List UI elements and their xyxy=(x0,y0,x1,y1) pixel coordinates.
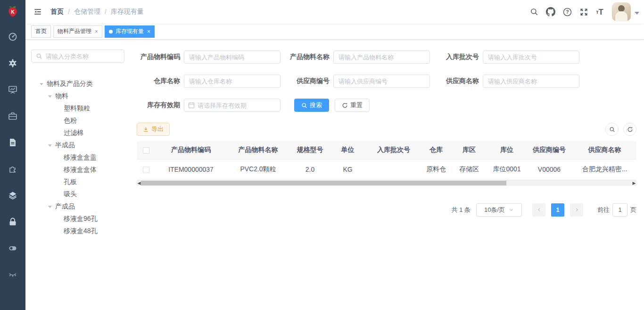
sidebar-item-dashboard[interactable] xyxy=(0,32,25,42)
fullscreen-icon xyxy=(579,8,588,17)
breadcrumb-separator: / xyxy=(68,8,70,16)
category-search-input[interactable] xyxy=(46,53,120,60)
tree-node-semi-finished[interactable]: 半成品 xyxy=(31,139,137,151)
expiry-date-picker[interactable] xyxy=(184,99,281,112)
tree-node-box-body[interactable]: 移液盒盒体 xyxy=(31,164,137,176)
tree-node-box-lid[interactable]: 移液盒盒盖 xyxy=(31,151,137,164)
search-button[interactable]: 搜索 xyxy=(294,99,329,112)
tree-node-filter-cotton[interactable]: 过滤棉 xyxy=(31,127,137,139)
fullscreen-button[interactable] xyxy=(579,8,588,17)
field-label: 供应商编号 xyxy=(286,77,333,85)
tree-node-box-48[interactable]: 移液盒48孔 xyxy=(31,225,137,237)
supplier-code-input[interactable] xyxy=(333,75,430,88)
chevron-right-icon xyxy=(574,207,579,212)
dashboard-icon xyxy=(8,32,17,42)
reset-button[interactable]: 重置 xyxy=(335,99,370,112)
next-page-button[interactable] xyxy=(570,203,583,217)
search-icon xyxy=(530,8,538,16)
select-all-checkbox[interactable] xyxy=(143,147,149,154)
tab-home[interactable]: 首页 xyxy=(31,25,51,38)
tree-node-root[interactable]: 物料及产品分类 xyxy=(31,78,137,90)
close-icon[interactable]: × xyxy=(95,29,98,34)
sidebar-item-workbench[interactable] xyxy=(0,111,25,121)
tree-node-material[interactable]: 物料 xyxy=(31,90,137,102)
prev-page-button[interactable] xyxy=(532,203,545,217)
lock-icon xyxy=(8,217,17,226)
close-icon[interactable]: × xyxy=(147,29,150,34)
sidebar-item-monitor[interactable] xyxy=(0,85,25,94)
github-link-button[interactable] xyxy=(546,7,555,17)
tree-node-pigment[interactable]: 色粉 xyxy=(31,115,137,127)
filter-row-2: 仓库名称 供应商编号 供应商名称 xyxy=(137,75,636,88)
field-label: 仓库名称 xyxy=(137,77,184,85)
tree-node-finished[interactable]: 产成品 xyxy=(31,201,137,213)
col-zone: 库区 xyxy=(450,141,488,159)
toggle-icon xyxy=(8,243,17,253)
field-batch-no: 入库批次号 xyxy=(436,50,579,64)
export-button[interactable]: 导出 xyxy=(137,123,170,136)
reset-button-label: 重置 xyxy=(350,101,363,109)
expiry-date-input[interactable] xyxy=(198,102,276,109)
col-item-code: 产品物料编码 xyxy=(156,141,226,159)
item-code-input[interactable] xyxy=(184,50,281,64)
tab-material-product[interactable]: 物料产品管理 × xyxy=(53,25,102,38)
puzzle-icon xyxy=(8,164,17,174)
field-label: 入库批次号 xyxy=(436,53,483,61)
scrollbar-thumb[interactable] xyxy=(141,181,506,185)
scroll-right-icon[interactable]: ▶ xyxy=(632,180,636,186)
question-circle-icon: ? xyxy=(563,8,572,17)
breadcrumb: 首页 / 仓储管理 / 库存现有量 xyxy=(50,8,144,16)
header-search-button[interactable] xyxy=(530,8,538,16)
tree-node-tip[interactable]: 吸头 xyxy=(31,188,137,201)
cell-spec: 2.0 xyxy=(290,159,330,180)
warehouse-name-input[interactable] xyxy=(184,75,281,88)
goto-page-input[interactable] xyxy=(612,203,627,217)
monitor-chart-icon xyxy=(8,85,17,94)
breadcrumb-warehouse[interactable]: 仓储管理 xyxy=(74,8,100,16)
caret-down-icon[interactable] xyxy=(48,95,52,100)
row-checkbox[interactable] xyxy=(143,167,149,173)
tree-node-well-plate[interactable]: 孔板 xyxy=(31,176,137,188)
font-size-button[interactable]: тT xyxy=(596,8,603,16)
sidebar-item-layers[interactable] xyxy=(0,191,25,200)
export-button-label: 导出 xyxy=(151,125,164,134)
field-item-name: 产品物料名称 xyxy=(286,50,430,64)
tree-node-label: 移液盒96孔 xyxy=(64,215,98,223)
item-name-input[interactable] xyxy=(333,50,430,64)
tags-view-bar: 首页 物料产品管理 × 库存现有量 × xyxy=(25,24,644,40)
tree-node-box-96[interactable]: 移液盒96孔 xyxy=(31,213,137,225)
caret-down-icon[interactable] xyxy=(48,206,52,210)
tab-inventory-on-hand[interactable]: 库存现有量 × xyxy=(105,25,155,38)
app-logo[interactable]: K xyxy=(0,0,25,24)
col-item-name: 产品物料名称 xyxy=(226,141,290,159)
tree-node-plastic-pellet[interactable]: 塑料颗粒 xyxy=(31,102,137,115)
field-label: 供应商名称 xyxy=(436,77,483,85)
app-root: K xyxy=(0,0,644,310)
refresh-table-button[interactable] xyxy=(623,123,636,136)
inventory-table: 产品物料编码 产品物料名称 规格型号 单位 入库批次号 仓库 库区 库位 供应商… xyxy=(137,141,636,180)
sidebar-item-plugins[interactable] xyxy=(0,164,25,174)
supplier-name-input[interactable] xyxy=(483,75,579,88)
field-warehouse-name: 仓库名称 xyxy=(137,75,281,88)
user-avatar[interactable] xyxy=(612,2,631,21)
sidebar-item-rest[interactable] xyxy=(0,270,25,279)
batch-no-input[interactable] xyxy=(483,50,579,64)
tab-label: 库存现有量 xyxy=(116,27,144,35)
sidebar-item-documents[interactable] xyxy=(0,138,25,147)
docs-help-button[interactable]: ? xyxy=(563,8,572,17)
sidebar: K xyxy=(0,0,25,310)
sidebar-item-settings[interactable] xyxy=(0,59,25,68)
sidebar-item-switch[interactable] xyxy=(0,243,25,253)
page-number-button[interactable]: 1 xyxy=(551,203,564,217)
tree-node-label: 移液盒盒体 xyxy=(64,166,97,174)
page-size-select[interactable]: 10条/页 xyxy=(476,203,522,217)
caret-down-icon[interactable] xyxy=(40,83,43,87)
breadcrumb-home[interactable]: 首页 xyxy=(50,8,64,16)
sidebar-item-permissions[interactable] xyxy=(0,217,25,226)
field-label: 库存有效期 xyxy=(137,101,184,109)
field-item-code: 产品物料编码 xyxy=(137,50,281,64)
caret-down-icon[interactable] xyxy=(48,144,52,149)
user-menu-caret-icon[interactable] xyxy=(635,12,639,17)
sidebar-toggle-button[interactable] xyxy=(25,7,50,17)
toggle-search-button[interactable] xyxy=(605,123,619,136)
